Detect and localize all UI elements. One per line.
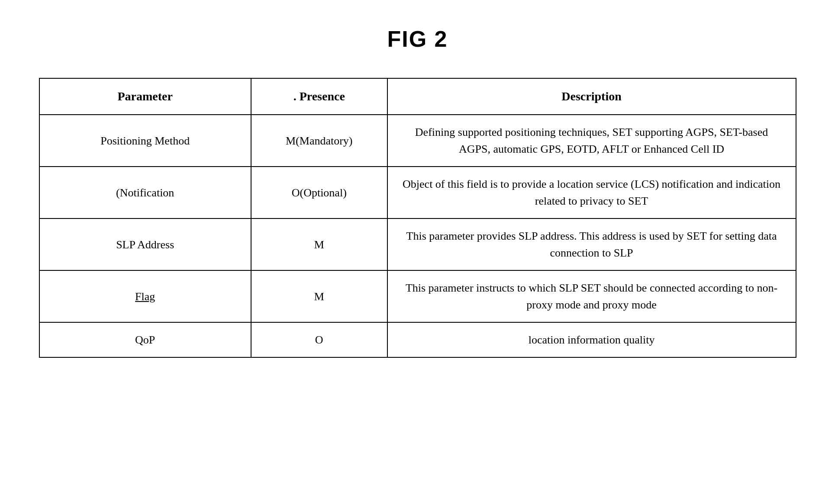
cell-presence: M [251,218,387,270]
main-table-container: Parameter . Presence Description Positio… [39,78,796,358]
figure-title: FIG 2 [387,26,448,52]
table-row: QoPOlocation information quality [39,322,796,357]
cell-parameter: Flag [39,270,251,322]
table-row: FlagMThis parameter instructs to which S… [39,270,796,322]
cell-parameter: (Notification [39,167,251,218]
table-row: SLP AddressMThis parameter provides SLP … [39,218,796,270]
cell-parameter: Positioning Method [39,115,251,167]
cell-description: This parameter provides SLP address. Thi… [387,218,796,270]
cell-description: Defining supported positioning technique… [387,115,796,167]
table-row: Positioning MethodM(Mandatory)Defining s… [39,115,796,167]
cell-parameter: SLP Address [39,218,251,270]
header-parameter: Parameter [39,78,251,115]
cell-description: location information quality [387,322,796,357]
table-header-row: Parameter . Presence Description [39,78,796,115]
cell-parameter: QoP [39,322,251,357]
cell-presence: M(Mandatory) [251,115,387,167]
header-presence: . Presence [251,78,387,115]
cell-presence: O(Optional) [251,167,387,218]
cell-description: Object of this field is to provide a loc… [387,167,796,218]
cell-presence: O [251,322,387,357]
cell-presence: M [251,270,387,322]
cell-description: This parameter instructs to which SLP SE… [387,270,796,322]
header-description: Description [387,78,796,115]
table-row: (NotificationO(Optional)Object of this f… [39,167,796,218]
parameters-table: Parameter . Presence Description Positio… [39,78,796,358]
